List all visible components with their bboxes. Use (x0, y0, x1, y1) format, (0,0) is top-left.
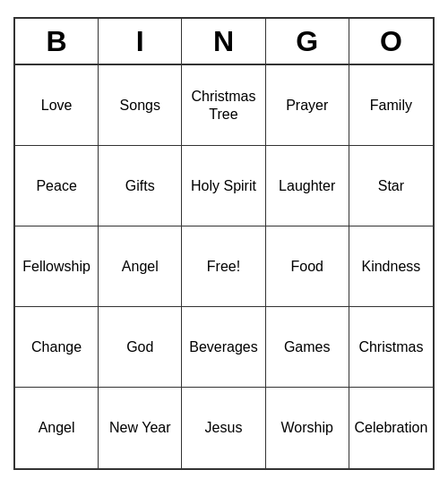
bingo-cell: Change (15, 307, 99, 388)
cell-text: Prayer (270, 97, 345, 114)
bingo-cell: Peace (15, 146, 99, 226)
bingo-cell: Jesus (182, 388, 265, 468)
cell-text: Family (353, 97, 429, 114)
bingo-cell: Family (349, 65, 433, 146)
cell-text: Christmas (353, 338, 429, 355)
bingo-cell: Christmas Tree (182, 65, 265, 146)
cell-text: Worship (270, 419, 345, 436)
bingo-cell: Angel (99, 226, 182, 307)
cell-text: God (102, 338, 177, 355)
bingo-cell: Kindness (349, 226, 433, 307)
cell-text: Songs (102, 97, 177, 114)
bingo-cell: Love (15, 65, 99, 146)
bingo-cell: Celebration (349, 388, 433, 468)
bingo-cell: Angel (15, 388, 99, 468)
cell-text: Love (19, 97, 94, 114)
bingo-cell: Prayer (266, 65, 349, 146)
header-letter: I (99, 19, 182, 64)
bingo-cell: Christmas (349, 307, 433, 388)
header-letter: G (266, 19, 349, 64)
bingo-cell: Worship (266, 388, 349, 468)
bingo-cell: Star (349, 146, 433, 226)
cell-text: Angel (19, 419, 94, 436)
bingo-cell: Songs (99, 65, 182, 146)
header-letter: B (15, 19, 99, 64)
bingo-cell: Gifts (99, 146, 182, 226)
bingo-cell: Beverages (182, 307, 265, 388)
cell-text: Free! (185, 258, 261, 275)
cell-text: Food (270, 258, 345, 275)
cell-text: Christmas Tree (185, 88, 261, 122)
bingo-header: BINGO (15, 19, 433, 65)
bingo-cell: Games (266, 307, 349, 388)
bingo-cell: Food (266, 226, 349, 307)
header-letter: N (182, 19, 265, 64)
header-letter: O (349, 19, 433, 64)
cell-text: Laughter (270, 177, 345, 194)
bingo-cell: God (99, 307, 182, 388)
bingo-cell: Fellowship (15, 226, 99, 307)
cell-text: Kindness (353, 258, 429, 275)
cell-text: Games (270, 338, 345, 355)
bingo-cell: Laughter (266, 146, 349, 226)
bingo-grid: LoveSongsChristmas TreePrayerFamilyPeace… (15, 65, 433, 468)
cell-text: Change (19, 338, 94, 355)
cell-text: Jesus (185, 419, 261, 436)
cell-text: Star (353, 177, 429, 194)
bingo-cell: New Year (99, 388, 182, 468)
cell-text: Celebration (353, 419, 429, 436)
cell-text: Angel (102, 258, 177, 275)
cell-text: Peace (19, 177, 94, 194)
bingo-cell: Free! (182, 226, 265, 307)
bingo-card: BINGO LoveSongsChristmas TreePrayerFamil… (13, 17, 435, 470)
cell-text: New Year (102, 419, 177, 436)
bingo-cell: Holy Spirit (182, 146, 265, 226)
cell-text: Gifts (102, 177, 177, 194)
cell-text: Beverages (185, 338, 261, 355)
cell-text: Holy Spirit (185, 177, 261, 194)
cell-text: Fellowship (19, 258, 94, 275)
